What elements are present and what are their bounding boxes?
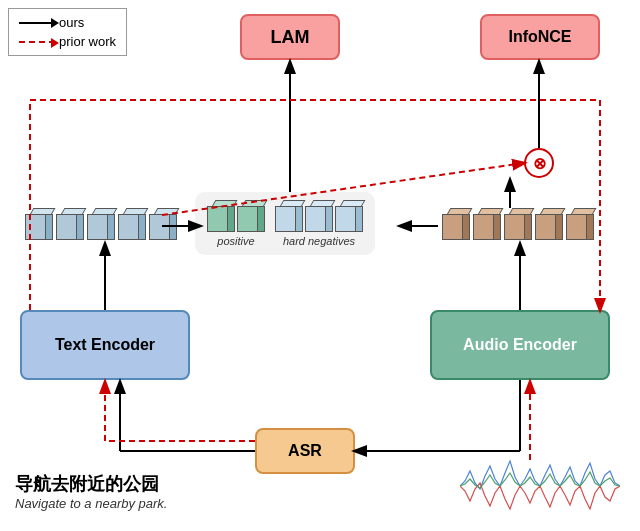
text-encoder-box: Text Encoder <box>20 310 190 380</box>
text-cube-3 <box>87 208 115 240</box>
multiply-circle: ⊗ <box>524 148 554 178</box>
text-cube-1 <box>25 208 53 240</box>
legend-prior-line <box>19 41 55 43</box>
middle-cubes-container: positive hard neg <box>195 192 375 255</box>
neg-cube-2 <box>305 200 333 232</box>
legend-ours: ours <box>19 15 116 30</box>
audio-cube-3 <box>504 208 532 240</box>
legend-prior: prior work <box>19 34 116 49</box>
audio-cube-2 <box>473 208 501 240</box>
infonce-label: InfoNCE <box>508 28 571 46</box>
positive-cubes: positive <box>207 200 265 247</box>
text-cubes-group <box>25 208 177 240</box>
english-text: Navigate to a nearby park. <box>15 496 167 511</box>
waveform <box>460 451 620 521</box>
positive-label: positive <box>217 235 254 247</box>
legend: ours prior work <box>8 8 127 56</box>
legend-prior-label: prior work <box>59 34 116 49</box>
legend-ours-line <box>19 22 55 24</box>
text-encoder-label: Text Encoder <box>55 336 155 354</box>
text-cube-2 <box>56 208 84 240</box>
infonce-box: InfoNCE <box>480 14 600 60</box>
text-cube-5 <box>149 208 177 240</box>
audio-cube-4 <box>535 208 563 240</box>
audio-cube-5 <box>566 208 594 240</box>
legend-ours-label: ours <box>59 15 84 30</box>
lam-box: LAM <box>240 14 340 60</box>
chinese-text: 导航去附近的公园 <box>15 472 167 496</box>
hard-negatives-label: hard negatives <box>283 235 355 247</box>
pos-cube-2 <box>237 200 265 232</box>
asr-box: ASR <box>255 428 355 474</box>
audio-cube-1 <box>442 208 470 240</box>
multiply-icon: ⊗ <box>533 154 546 173</box>
audio-encoder-label: Audio Encoder <box>463 336 577 354</box>
waveform-svg <box>460 451 620 521</box>
diagram-container: ours prior work LAM InfoNCE Text Encoder… <box>0 0 640 531</box>
neg-cube-1 <box>275 200 303 232</box>
lam-label: LAM <box>271 27 310 48</box>
audio-cubes-group <box>442 208 594 240</box>
neg-cube-3 <box>335 200 363 232</box>
bottom-text: 导航去附近的公园 Navigate to a nearby park. <box>15 472 167 511</box>
pos-cube-1 <box>207 200 235 232</box>
text-cube-4 <box>118 208 146 240</box>
hard-negatives-cubes: hard negatives <box>275 200 363 247</box>
audio-encoder-box: Audio Encoder <box>430 310 610 380</box>
asr-label: ASR <box>288 442 322 460</box>
